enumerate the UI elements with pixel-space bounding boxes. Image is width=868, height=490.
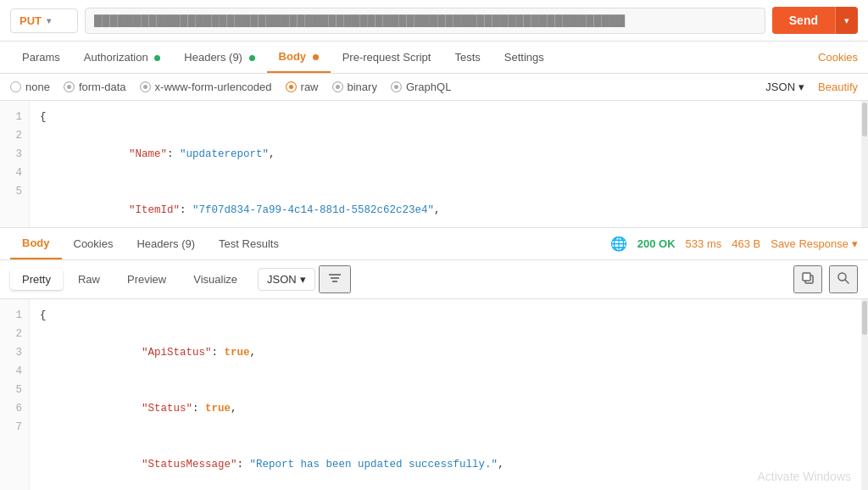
resp-line-numbers: 1 2 3 4 5 6 7	[0, 299, 30, 490]
resp-tab-test-results[interactable]: Test Results	[207, 229, 291, 259]
watermark: Activate Windows	[758, 470, 851, 483]
fmt-visualize-button[interactable]: Visualize	[181, 269, 249, 290]
tab-body[interactable]: Body	[267, 42, 331, 73]
send-dropdown-button[interactable]: ▾	[835, 7, 858, 34]
resp-line-1: {	[40, 306, 851, 325]
radio-binary	[332, 81, 343, 92]
resp-json-chevron-icon: ▾	[300, 273, 306, 286]
authorization-dot	[154, 55, 160, 61]
option-binary[interactable]: binary	[332, 81, 377, 93]
svg-rect-4	[803, 273, 810, 281]
status-time: 533 ms	[686, 237, 722, 250]
resp-scrollbar[interactable]	[861, 299, 868, 490]
body-options: none form-data x-www-form-urlencoded raw…	[0, 74, 868, 101]
fmt-raw-button[interactable]: Raw	[66, 269, 112, 290]
radio-urlencoded	[140, 81, 151, 92]
resp-code: 1 2 3 4 5 6 7 { "ApiStatus": true, "Stat…	[0, 299, 868, 490]
method-chevron-icon: ▾	[47, 16, 51, 25]
request-tabs: Params Authorization Headers (9) Body Pr…	[0, 42, 868, 74]
copy-icon	[801, 271, 815, 285]
response-tabs-bar: Body Cookies Headers (9) Test Results 🌐 …	[0, 228, 868, 260]
resp-line-4: "StatusMessage": "Report has been update…	[40, 437, 851, 490]
fmt-preview-button[interactable]: Preview	[115, 269, 178, 290]
globe-icon: 🌐	[610, 236, 627, 252]
filter-icon	[327, 271, 342, 285]
copy-button[interactable]	[793, 265, 822, 293]
radio-graphql	[391, 81, 402, 92]
response-status: 🌐 200 OK 533 ms 463 B Save Response ▾	[610, 236, 858, 252]
radio-none	[10, 81, 21, 92]
search-button[interactable]	[829, 265, 858, 293]
option-urlencoded[interactable]: x-www-form-urlencoded	[140, 81, 272, 93]
radio-raw	[286, 81, 297, 92]
send-btn-container: Send ▾	[772, 7, 858, 34]
send-button[interactable]: Send	[772, 7, 835, 34]
option-graphql[interactable]: GraphQL	[391, 81, 451, 93]
code-content[interactable]: { "Name": "updatereport", "ItemId": "7f0…	[30, 101, 861, 227]
option-form-data[interactable]: form-data	[64, 81, 126, 93]
url-bar: PUT ▾ Send ▾	[0, 0, 868, 42]
scroll-thumb[interactable]	[862, 103, 867, 136]
code-line-2: "Name": "updatereport",	[40, 126, 851, 182]
tab-prerequest[interactable]: Pre-request Script	[331, 42, 443, 72]
resp-tab-headers[interactable]: Headers (9)	[125, 229, 207, 259]
code-line-1: {	[40, 108, 851, 126]
radio-form-data	[64, 81, 75, 92]
tab-params[interactable]: Params	[10, 42, 72, 72]
line-numbers: 1 2 3 4 5	[0, 101, 30, 227]
response-format-bar: Pretty Raw Preview Visualize JSON ▾	[0, 260, 868, 299]
code-editor-inner: 1 2 3 4 5 { "Name": "updatereport", "Ite…	[0, 101, 868, 227]
headers-dot	[249, 55, 255, 61]
tab-authorization[interactable]: Authorization	[72, 42, 173, 72]
status-size: 463 B	[732, 237, 760, 250]
resp-tab-body[interactable]: Body	[10, 228, 62, 259]
code-line-3: "ItemId": "7f07d834-7a99-4c14-881d-5582c…	[40, 182, 851, 227]
resp-tab-cookies[interactable]: Cookies	[62, 229, 125, 259]
body-dot	[313, 54, 319, 60]
resp-code-content[interactable]: { "ApiStatus": true, "Status": true, "St…	[30, 299, 861, 490]
filter-icon-button[interactable]	[319, 265, 351, 293]
tab-headers[interactable]: Headers (9)	[172, 42, 266, 72]
tab-tests[interactable]: Tests	[442, 42, 492, 72]
resp-json-select[interactable]: JSON ▾	[258, 268, 315, 291]
method-select[interactable]: PUT ▾	[10, 8, 78, 33]
save-response-chevron-icon: ▾	[852, 237, 858, 250]
json-format-select[interactable]: JSON ▾	[765, 81, 804, 93]
response-editor: 1 2 3 4 5 6 7 { "ApiStatus": true, "Stat…	[0, 299, 868, 490]
resp-scroll-thumb[interactable]	[862, 301, 867, 335]
app-container: PUT ▾ Send ▾ Params Authorization Header…	[0, 0, 868, 490]
tab-settings[interactable]: Settings	[492, 42, 556, 72]
json-chevron-icon: ▾	[798, 81, 804, 93]
method-label: PUT	[19, 14, 42, 27]
request-editor: 1 2 3 4 5 { "Name": "updatereport", "Ite…	[0, 101, 868, 228]
resp-line-3: "Status": true,	[40, 381, 851, 437]
response-section: Body Cookies Headers (9) Test Results 🌐 …	[0, 228, 868, 490]
editor-scrollbar[interactable]	[861, 101, 868, 227]
cookies-link[interactable]: Cookies	[818, 51, 858, 64]
search-icon	[837, 271, 850, 285]
status-code: 200 OK	[637, 237, 676, 250]
save-response-button[interactable]: Save Response ▾	[771, 237, 858, 250]
response-action-icons	[793, 265, 858, 293]
option-none[interactable]: none	[10, 81, 50, 93]
svg-line-6	[845, 280, 849, 283]
url-input[interactable]	[85, 8, 765, 34]
beautify-button[interactable]: Beautify	[818, 81, 858, 93]
resp-line-2: "ApiStatus": true,	[40, 325, 851, 381]
fmt-pretty-button[interactable]: Pretty	[10, 269, 63, 290]
option-raw[interactable]: raw	[286, 81, 319, 93]
